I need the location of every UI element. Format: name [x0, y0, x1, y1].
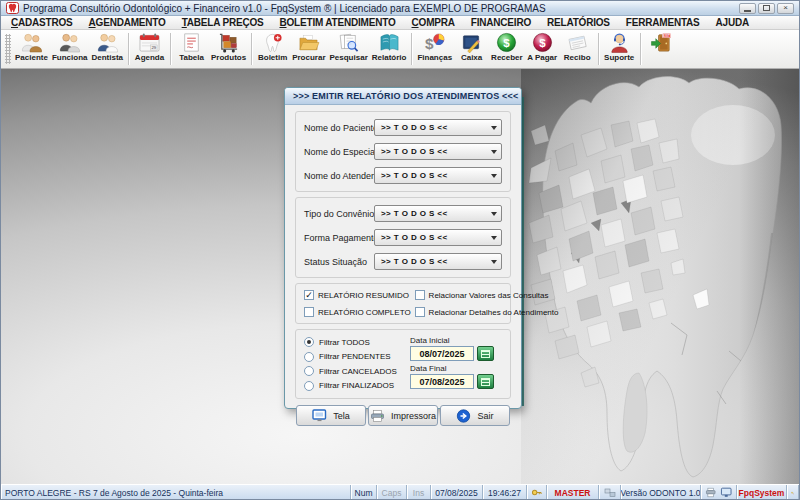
groupbox-report-type: ✓ RELATÓRIO RESUMIDO Relacionar Valores …: [295, 283, 511, 324]
title-bar: Programa Consultório Odontológico + Fina…: [1, 1, 799, 16]
impressora-button[interactable]: Impressora: [368, 405, 438, 426]
toolbar-label: Receber: [491, 53, 523, 63]
menu-item-ferramentas[interactable]: FERRAMENTAS: [618, 17, 708, 28]
maximize-icon: [763, 5, 770, 11]
toolbar-button-relatorio[interactable]: Relatório: [370, 30, 409, 68]
toolbar-button-paciente[interactable]: Paciente: [13, 30, 50, 68]
dialog-button-row: Tela Impressora: [295, 405, 511, 426]
menu-item-relatorios[interactable]: RELATÓRIOS: [539, 17, 618, 28]
checkbox-unchecked-icon: [304, 307, 314, 317]
chevron-down-icon: [491, 212, 497, 216]
toolbar-button-procurar[interactable]: Procurar: [290, 30, 327, 68]
status-insert: Ins: [407, 485, 431, 500]
toolbar-button-recibo[interactable]: Recibo: [560, 30, 595, 68]
toolbar-label: Recibo: [564, 53, 591, 63]
toolbar-button-tabela[interactable]: Tabela: [174, 30, 209, 68]
dentist-icon: [96, 32, 119, 53]
network-icon: [604, 488, 616, 498]
checkbox-relacionar-valores[interactable]: Relacionar Valores das Consultas: [415, 290, 559, 300]
sair-button[interactable]: Sair: [440, 405, 510, 426]
field-label: Status Situação: [304, 257, 374, 267]
minimize-button[interactable]: [739, 3, 756, 14]
staff-icon: [58, 32, 81, 53]
menu-item-agendamento[interactable]: AGENDAMENTO: [81, 17, 174, 28]
field-row: Forma Pagamento >> T O D O S <<: [304, 229, 502, 246]
date-final-label: Data Final: [410, 364, 502, 373]
dialog-title-bar: >>> EMITIR RELATÓRIO DOS ATENDIMENTOS <<…: [285, 88, 521, 105]
maximize-button[interactable]: [758, 3, 775, 14]
checkbox-relacionar-detalhes[interactable]: Relacionar Detalhes do Atendimento: [415, 307, 559, 317]
toolbar-button-a-pagar[interactable]: $ A Pagar: [525, 30, 560, 68]
cashbook-icon: [460, 32, 483, 53]
toolbar-button-funcionario[interactable]: Funciona: [50, 30, 90, 68]
toolbar-button-boletim[interactable]: Boletim: [255, 30, 290, 68]
radio-filtrar-cancelados[interactable]: Filtrar CANCELADOS: [304, 365, 410, 377]
toolbar-separator: [170, 33, 171, 65]
combo-forma-pagamento[interactable]: >> T O D O S <<: [374, 229, 502, 246]
checkbox-relatorio-completo[interactable]: RELATÓRIO COMPLETO: [304, 307, 411, 317]
date-initial-calendar-button[interactable]: [477, 346, 494, 361]
toolbar-button-pesquisar[interactable]: Pesquisar: [328, 30, 370, 68]
status-time: 19:46:27: [483, 485, 527, 500]
combo-tipo-do-convenio[interactable]: >> T O D O S <<: [374, 205, 502, 222]
combo-nome-do-especialista[interactable]: >> T O D O S <<: [374, 143, 502, 160]
menu-item-cadastros[interactable]: CADASTROS: [3, 17, 81, 28]
checkbox-unchecked-icon: [415, 307, 425, 317]
toolbar-button-dentista[interactable]: Dentista: [89, 30, 125, 68]
toolbar: Paciente Funciona Dentista: [1, 30, 799, 69]
toolbar-button-financas[interactable]: $ Finanças: [415, 30, 454, 68]
receipt-icon: [566, 32, 589, 53]
date-final-input[interactable]: 07/08/2025: [410, 374, 474, 389]
dialog-body: Nome do Paciente >> T O D O S << Nome do…: [285, 105, 521, 433]
menu-item-financeiro[interactable]: FINANCEIRO: [463, 17, 539, 28]
date-initial-input[interactable]: 08/07/2025: [410, 346, 474, 361]
tela-button[interactable]: Tela: [296, 405, 366, 426]
exit-door-icon: EXIT: [650, 32, 673, 53]
date-range: Data Inicial 08/07/2025 Data Final 07/08…: [410, 336, 502, 392]
status-key2-panel: [787, 485, 799, 500]
toolbar-label: Boletim: [258, 53, 287, 63]
toolbar-button-sair[interactable]: EXIT: [644, 30, 679, 68]
finances-icon: $: [423, 32, 446, 53]
calendar-icon: 29: [138, 32, 161, 53]
toolbar-button-caixa[interactable]: Caixa: [454, 30, 489, 68]
field-row: Nome do Atendente >> T O D O S <<: [304, 167, 502, 184]
status-bar: PORTO ALEGRE - RS 7 de Agosto de 2025 - …: [1, 484, 799, 500]
toolbar-label: Tabela: [179, 53, 204, 63]
menu-item-boletim-atendimento[interactable]: BOLETIM ATENDIMENTO: [271, 17, 403, 28]
toolbar-label: Finanças: [417, 53, 452, 63]
menu-item-compra[interactable]: COMPRA: [404, 17, 463, 28]
checkbox-relatorio-resumido[interactable]: ✓ RELATÓRIO RESUMIDO: [304, 290, 411, 300]
combo-status-situacao[interactable]: >> T O D O S <<: [374, 253, 502, 270]
menu-item-ajuda[interactable]: AJUDA: [708, 17, 757, 28]
checkbox-checked-icon: ✓: [304, 290, 314, 300]
close-button[interactable]: ×: [777, 3, 794, 14]
chevron-down-icon: [491, 174, 497, 178]
radio-icon: [304, 381, 314, 391]
toolbar-label: Funciona: [52, 53, 88, 63]
toolbar-button-produtos[interactable]: Produtos: [209, 30, 248, 68]
radio-filtrar-todos[interactable]: Filtrar TODOS: [304, 336, 410, 348]
key-icon: [531, 487, 542, 498]
price-table-icon: [180, 32, 203, 53]
menu-item-tabela-precos[interactable]: TABELA PREÇOS: [174, 17, 272, 28]
products-cart-icon: [217, 32, 240, 53]
radio-filtrar-finalizados[interactable]: Filtrar FINALIZADOS: [304, 380, 410, 392]
svg-text:$: $: [539, 37, 546, 49]
toolbar-label: Suporte: [604, 53, 634, 63]
toolbar-button-agenda[interactable]: 29 Agenda: [132, 30, 167, 68]
window-title: Programa Consultório Odontológico + Fina…: [23, 3, 739, 14]
date-final-calendar-button[interactable]: [477, 374, 494, 389]
toolbar-separator: [128, 33, 129, 65]
toolbar-button-suporte[interactable]: Suporte: [602, 30, 637, 68]
patients-icon: [20, 32, 43, 53]
field-row: Tipo do Convênio >> T O D O S <<: [304, 205, 502, 222]
menu-bar: CADASTROS AGENDAMENTO TABELA PREÇOS BOLE…: [1, 16, 799, 30]
tooth-image: [521, 73, 799, 483]
radio-filtrar-pendentes[interactable]: Filtrar PENDENTES: [304, 351, 410, 363]
workspace: >>> EMITIR RELATÓRIO DOS ATENDIMENTOS <<…: [1, 69, 799, 484]
toolbar-button-receber[interactable]: $ Receber: [489, 30, 525, 68]
chevron-down-icon: [491, 126, 497, 130]
combo-nome-do-atendente[interactable]: >> T O D O S <<: [374, 167, 502, 184]
combo-nome-do-paciente[interactable]: >> T O D O S <<: [374, 119, 502, 136]
